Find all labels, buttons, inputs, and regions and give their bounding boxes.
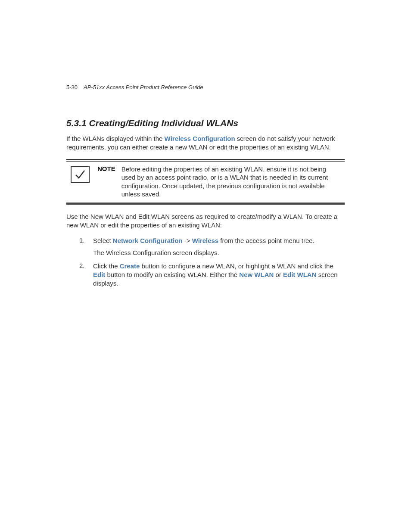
note-icon-container bbox=[66, 165, 90, 183]
step2-text-pre: Click the bbox=[93, 262, 120, 270]
note-block: NOTE Before editing the properties of an… bbox=[66, 159, 345, 205]
create-link[interactable]: Create bbox=[120, 262, 140, 270]
intro-text-pre: If the WLANs displayed within the bbox=[66, 135, 165, 142]
step2-text-mid1: button to configure a new WLAN, or highl… bbox=[140, 262, 333, 270]
step-body: Click the Create button to configure a n… bbox=[93, 262, 345, 288]
list-item: 1. Select Network Configuration -> Wirel… bbox=[79, 236, 345, 258]
intro-paragraph: If the WLANs displayed within the Wirele… bbox=[66, 134, 345, 152]
step2-text-mid3: or bbox=[274, 271, 283, 278]
page-number: 5-30 bbox=[66, 84, 78, 90]
edit-link[interactable]: Edit bbox=[93, 271, 105, 278]
step-number: 2. bbox=[79, 262, 87, 269]
step1-text-mid: -> bbox=[183, 237, 192, 244]
note-label: NOTE bbox=[97, 165, 115, 172]
checkmark-icon bbox=[71, 166, 90, 183]
note-inner: NOTE Before editing the properties of an… bbox=[66, 161, 345, 202]
list-item: 2. Click the Create button to configure … bbox=[79, 262, 345, 288]
wireless-configuration-link[interactable]: Wireless Configuration bbox=[165, 135, 235, 142]
step1-text-post: from the access point menu tree. bbox=[218, 237, 314, 244]
edit-wlan-link[interactable]: Edit WLAN bbox=[283, 271, 316, 278]
steps-list: 1. Select Network Configuration -> Wirel… bbox=[79, 236, 345, 288]
page-header: 5-30 AP-51xx Access Point Product Refere… bbox=[66, 84, 345, 90]
step1-text-pre: Select bbox=[93, 237, 113, 244]
document-title: AP-51xx Access Point Product Reference G… bbox=[84, 84, 203, 90]
post-note-paragraph: Use the New WLAN and Edit WLAN screens a… bbox=[66, 212, 345, 230]
network-configuration-link[interactable]: Network Configuration bbox=[113, 237, 183, 244]
note-text: Before editing the properties of an exis… bbox=[121, 165, 345, 199]
note-content: NOTE Before editing the properties of an… bbox=[97, 165, 345, 199]
step1-subtext: The Wireless Configuration screen displa… bbox=[93, 249, 345, 257]
step-number: 1. bbox=[79, 236, 87, 244]
wireless-link[interactable]: Wireless bbox=[192, 237, 219, 244]
document-page: 5-30 AP-51xx Access Point Product Refere… bbox=[0, 0, 411, 288]
step-body: Select Network Configuration -> Wireless… bbox=[93, 236, 345, 258]
section-heading: 5.3.1 Creating/Editing Individual WLANs bbox=[66, 118, 345, 128]
step2-text-mid2: button to modify an existing WLAN. Eithe… bbox=[105, 271, 239, 278]
new-wlan-link[interactable]: New WLAN bbox=[239, 271, 274, 278]
